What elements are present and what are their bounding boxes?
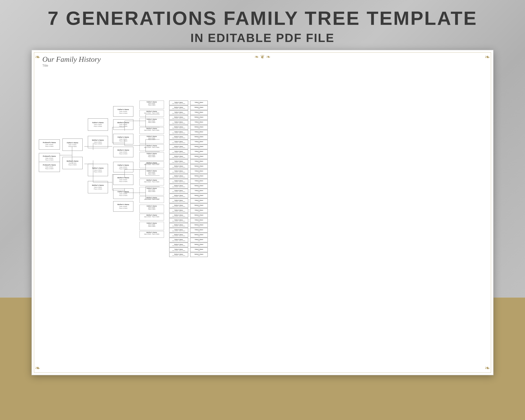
corner-tr-decoration: ❧ xyxy=(485,53,490,61)
proband-box-1: Proband's Name Date of Birth Place of Bi… xyxy=(39,139,60,150)
gen5-9: Mother's Name Date of Birth - Place of B… xyxy=(140,179,164,185)
gen4-6: Father's Name Date of Birth Place of Bir… xyxy=(113,188,133,199)
gen4-2: Father's Name Date of Birth Place of Bir… xyxy=(113,134,133,144)
corner-bl-decoration: ❧ xyxy=(35,364,40,372)
gen4-1: Mother's Name Date of Birth Place of Bir… xyxy=(113,119,133,130)
gen3-2: Father's Name Date of Birth Place of Bir… xyxy=(88,164,108,176)
gen5-2: Father's Name Date of Birth Place of Bir… xyxy=(140,118,164,126)
page-subtitle: IN EDITABLE PDF FILE xyxy=(191,31,335,45)
gen3-0: Father's Name Date of Birth Place of Bir… xyxy=(88,119,108,131)
gen5-4: Father's Name Date of Birth Place of Bir… xyxy=(140,135,164,143)
corner-tl-decoration: ❧ xyxy=(35,53,40,61)
gen5-3: Mother's Name Date of Birth - Place of B… xyxy=(140,127,164,134)
gen4-3: Mother's Name Date of Birth Place of Bir… xyxy=(113,147,133,157)
doc-script-title: Our Family History xyxy=(42,55,101,64)
gen4-5: Mother's Name Date of Birth Place of Bir… xyxy=(113,174,133,185)
gen5-5: Mother's Name Date of Birth - Place of B… xyxy=(140,144,164,151)
gen5-10: Father's Name Date of Birth Place of Bir… xyxy=(140,187,164,195)
corner-br-decoration: ❧ xyxy=(485,364,490,372)
gen5-15: Mother's Name Date of Birth - Place of B… xyxy=(140,231,164,238)
bottom-text-area: EDIT ON YOUR COMPUTER WITH ACROBAT READE… xyxy=(0,256,525,375)
gen3-1: Mother's Name Date of Birth Place of Bir… xyxy=(88,136,108,148)
gen4-0: Father's Name Date of Birth Place of Bir… xyxy=(113,106,133,117)
gen3-3: Mother's Name Date of Birth Place of Bir… xyxy=(88,181,108,193)
gen5-12: Father's Name Date of Birth Place of Bir… xyxy=(140,205,164,213)
gen4-4: Father's Name Date of Birth Place of Bir… xyxy=(113,162,133,172)
doc-header: Our Family History Title xyxy=(42,55,101,67)
gen5-14: Father's Name Date of Birth Place of Bir… xyxy=(140,222,164,230)
gen5-13: Mother's Name Date of Birth - Place of B… xyxy=(140,214,164,220)
proband-box-3: Proband's Name Date of Birth Place of Bi… xyxy=(39,162,60,172)
top-ornament: ❧ ❦ ❧ xyxy=(254,54,271,60)
gen5-6: Father's Name Date of Birth Place of Bir… xyxy=(140,152,164,161)
page-title: 7 GENERATIONS FAMILY TREE TEMPLATE xyxy=(47,7,477,29)
gen2-mother: Mother's Name Date of Birth Place of Bir… xyxy=(63,157,83,169)
gen5-1: Mother's Name Date of Birth - Place of B… xyxy=(140,110,164,117)
gen5-0: Father's Name Date of Birth Place of Bir… xyxy=(140,100,164,109)
gen5-11: Mother's Name Date of Birth - Place of B… xyxy=(140,196,164,203)
gen4-7: Mother's Name Date of Birth Place of Bir… xyxy=(113,201,133,212)
gen5-7: Mother's Name Date of Birth - Place of B… xyxy=(140,162,164,168)
gen2-father: Father's Name Date of Birth Place of Bir… xyxy=(63,138,83,151)
bottom-label: EDIT ON YOUR COMPUTER WITH ACROBAT READE… xyxy=(46,307,479,325)
doc-field-title: Title xyxy=(42,64,101,67)
gen5-8: Father's Name Date of Birth Place of Bir… xyxy=(140,170,164,178)
